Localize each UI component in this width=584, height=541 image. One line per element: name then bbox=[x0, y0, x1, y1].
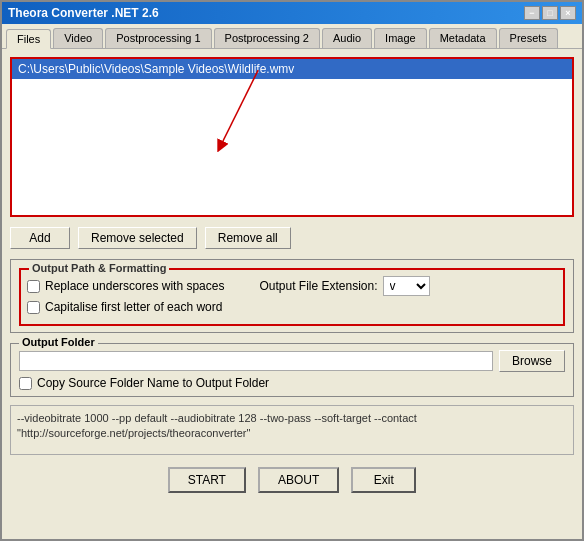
start-button[interactable]: START bbox=[168, 467, 246, 493]
add-button[interactable]: Add bbox=[10, 227, 70, 249]
main-window: Theora Converter .NET 2.6 − □ × Files Vi… bbox=[0, 0, 584, 541]
main-content: C:\Users\Public\Videos\Sample Videos\Wil… bbox=[2, 49, 582, 539]
window-title: Theora Converter .NET 2.6 bbox=[8, 6, 524, 20]
about-button[interactable]: ABOUT bbox=[258, 467, 339, 493]
copy-source-checkbox[interactable] bbox=[19, 377, 32, 390]
copy-source-label: Copy Source Folder Name to Output Folder bbox=[37, 376, 269, 390]
title-bar: Theora Converter .NET 2.6 − □ × bbox=[2, 2, 582, 24]
copy-source-row: Copy Source Folder Name to Output Folder bbox=[19, 376, 565, 390]
command-text-box: --videobitrate 1000 --pp default --audio… bbox=[10, 405, 574, 455]
minimize-button[interactable]: − bbox=[524, 6, 540, 20]
ext-select[interactable]: v ogv ogg bbox=[383, 276, 430, 296]
tab-video[interactable]: Video bbox=[53, 28, 103, 48]
output-folder-group: Output Folder Browse Copy Source Folder … bbox=[10, 343, 574, 397]
replace-underscores-checkbox[interactable] bbox=[27, 280, 40, 293]
title-bar-buttons: − □ × bbox=[524, 6, 576, 20]
tabs-bar: Files Video Postprocessing 1 Postprocess… bbox=[2, 24, 582, 49]
close-button[interactable]: × bbox=[560, 6, 576, 20]
browse-button[interactable]: Browse bbox=[499, 350, 565, 372]
bottom-button-row: START ABOUT Exit bbox=[10, 461, 574, 501]
file-list[interactable]: C:\Users\Public\Videos\Sample Videos\Wil… bbox=[10, 57, 574, 217]
file-action-buttons: Add Remove selected Remove all bbox=[10, 227, 574, 249]
tab-presets[interactable]: Presets bbox=[499, 28, 558, 48]
tab-image[interactable]: Image bbox=[374, 28, 427, 48]
capitalise-label: Capitalise first letter of each word bbox=[45, 300, 222, 314]
tab-files[interactable]: Files bbox=[6, 29, 51, 49]
folder-row: Browse bbox=[19, 350, 565, 372]
capitalise-checkbox[interactable] bbox=[27, 301, 40, 314]
replace-underscores-row: Replace underscores with spaces Output F… bbox=[27, 276, 557, 296]
file-list-item[interactable]: C:\Users\Public\Videos\Sample Videos\Wil… bbox=[12, 59, 572, 79]
output-path-label: Output Path & Formatting bbox=[29, 262, 169, 274]
replace-underscores-label: Replace underscores with spaces bbox=[45, 279, 224, 293]
exit-button[interactable]: Exit bbox=[351, 467, 416, 493]
output-path-group: Output Path & Formatting Replace undersc… bbox=[10, 259, 574, 333]
remove-all-button[interactable]: Remove all bbox=[205, 227, 291, 249]
tab-metadata[interactable]: Metadata bbox=[429, 28, 497, 48]
tab-postprocessing2[interactable]: Postprocessing 2 bbox=[214, 28, 320, 48]
ext-label: Output File Extension: bbox=[259, 279, 377, 293]
output-folder-label: Output Folder bbox=[19, 336, 98, 348]
tab-postprocessing1[interactable]: Postprocessing 1 bbox=[105, 28, 211, 48]
capitalise-row: Capitalise first letter of each word bbox=[27, 300, 557, 314]
remove-selected-button[interactable]: Remove selected bbox=[78, 227, 197, 249]
folder-input[interactable] bbox=[19, 351, 493, 371]
tab-audio[interactable]: Audio bbox=[322, 28, 372, 48]
maximize-button[interactable]: □ bbox=[542, 6, 558, 20]
